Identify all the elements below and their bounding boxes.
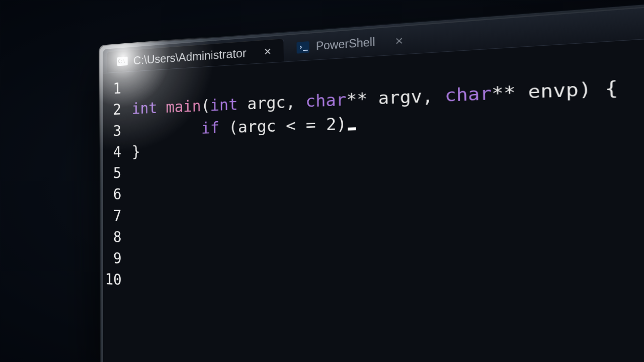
line-number: 3: [103, 120, 122, 141]
line-number: 2: [103, 99, 122, 120]
tab-cmd[interactable]: C:\Users\Administrator ×: [107, 38, 284, 73]
code-line: if (argc < = 2): [132, 113, 356, 139]
line-number: 8: [103, 226, 122, 247]
code-area[interactable]: int main(int argc, char** argv, char** e…: [128, 41, 627, 362]
line-number: 6: [103, 184, 122, 205]
line-number-gutter: 1 2 3 4 5 6 7 8 9 10: [103, 72, 129, 362]
line-number: 4: [103, 141, 122, 163]
tab-ps-title: PowerShell: [316, 36, 375, 53]
cmd-icon: [117, 57, 128, 66]
tab-cmd-title: C:\Users\Administrator: [133, 46, 247, 67]
close-icon[interactable]: ×: [264, 45, 271, 57]
terminal-window: C:\Users\Administrator × PowerShell × 1 …: [103, 2, 644, 362]
powershell-icon: [296, 41, 309, 54]
line-number: 9: [103, 247, 122, 269]
code-editor[interactable]: 1 2 3 4 5 6 7 8 9 10 int main(int argc, …: [103, 34, 644, 362]
close-icon[interactable]: ×: [395, 34, 404, 47]
text-cursor: [348, 127, 356, 130]
code-line: }: [132, 142, 140, 160]
line-number: 5: [103, 162, 122, 184]
line-number: 1: [103, 77, 121, 100]
line-number: 10: [103, 268, 122, 291]
code-line: int main(int argc, char** argv, char** e…: [132, 77, 618, 118]
line-number: 7: [103, 205, 122, 226]
